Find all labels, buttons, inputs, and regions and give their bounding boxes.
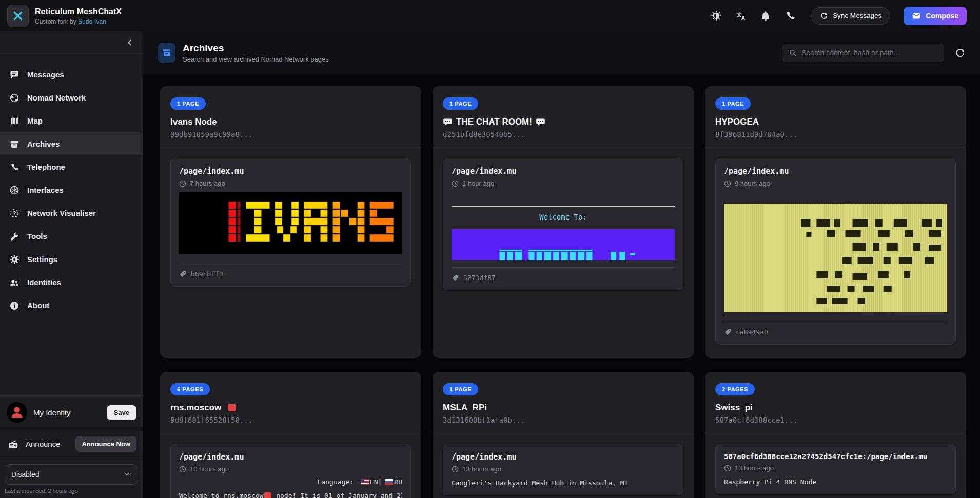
page-header: Archives Search and view archived Nomad … (143, 31, 980, 74)
app-subtitle-prefix: Custom fork by (35, 18, 76, 25)
sidebar-item-map[interactable]: Map (0, 109, 143, 132)
entry-time-text: 9 hours ago (735, 180, 770, 187)
page-count-badge: 1 PAGE (443, 383, 478, 395)
tag-row: b69cbff0 (179, 264, 402, 278)
phone-icon (9, 162, 19, 172)
archive-card-ivans-node[interactable]: 1 PAGE Ivans Node 99db91059a9c99a8... /p… (160, 86, 421, 358)
archive-entry[interactable]: 587a0cf6d388cce12a27452d547cfc1e:/page/i… (715, 444, 956, 494)
red-square-icon (228, 404, 236, 411)
brightness-icon[interactable] (711, 10, 722, 22)
clock-icon (724, 180, 731, 187)
main-content: Archives Search and view archived Nomad … (143, 31, 980, 498)
sidebar-item-settings[interactable]: Settings (0, 248, 143, 271)
save-button[interactable]: Save (107, 405, 136, 420)
archive-entry[interactable]: /page/index.mu 10 hours ago Language: EN… (170, 444, 411, 498)
identity-label: My Identity (33, 408, 107, 417)
tag-icon (452, 274, 459, 282)
entry-path: /page/index.mu (452, 452, 675, 462)
card-hash: 9d8f681f65528f50... (170, 416, 411, 424)
sync-messages-button[interactable]: Sync Messages (811, 7, 890, 25)
sidebar-item-about[interactable]: About (0, 294, 143, 317)
sidebar-item-telephone[interactable]: Telephone (0, 155, 143, 178)
welcome-line: Welcome to rns.moscow node! It is 01 of … (179, 492, 402, 498)
wrench-icon (9, 231, 19, 242)
entry-path: 587a0cf6d388cce12a27452d547cfc1e:/page/i… (724, 452, 947, 461)
archive-card-swiss-pi[interactable]: 2 PAGES Swiss_pi 587a0cf6d388cce1... 587… (705, 372, 966, 498)
entry-time-text: 13 hours ago (735, 464, 774, 472)
entry-time-text: 10 hours ago (190, 465, 229, 473)
clock-icon (179, 466, 186, 473)
lang-en: EN (370, 478, 378, 486)
phone-icon[interactable] (785, 10, 796, 22)
entry-path: /page/index.mu (179, 167, 402, 176)
archive-entry[interactable]: /page/index.mu 7 hours ago (170, 158, 411, 287)
entry-tag: ca8949a0 (736, 328, 768, 336)
sidebar: Messages Nomad Network Map Ar (0, 31, 143, 498)
announce-mode-value: Disabled (11, 470, 123, 479)
avatar[interactable] (7, 402, 27, 423)
speech-balloon-icon (443, 117, 453, 127)
card-hash: 587a0cf6d388cce1... (715, 416, 956, 424)
refresh-icon[interactable] (954, 47, 966, 58)
sidebar-item-nomad-network[interactable]: Nomad Network (0, 86, 143, 109)
red-square-icon (264, 492, 271, 498)
archive-card-rns-moscow[interactable]: 6 PAGES rns.moscow 9d8f681f65528f50... /… (160, 372, 421, 498)
entry-time-text: 7 hours ago (190, 180, 225, 187)
chevron-left-icon[interactable] (125, 38, 134, 47)
archives-page-icon (158, 43, 175, 63)
globe-icon (9, 93, 19, 103)
author-link[interactable]: Sudo-Ivan (78, 18, 106, 25)
chat-icon (9, 70, 19, 80)
sidebar-item-label: Interfaces (27, 186, 64, 194)
sidebar-item-label: Nomad Network (27, 93, 86, 102)
clock-icon (452, 466, 459, 473)
archive-entry[interactable]: /page/index.mu 9 hours ago (715, 158, 956, 345)
welcome-to-text: Welcome To: (452, 213, 675, 221)
entry-path: /page/index.mu (179, 452, 402, 462)
hypogea-ansi-art-preview (724, 204, 947, 312)
archive-card-msla-rpi[interactable]: 1 PAGE MSLA_RPi 3d131600bf1afa0b... /pag… (433, 372, 694, 498)
sidebar-item-tools[interactable]: Tools (0, 225, 143, 248)
app-logo[interactable] (7, 5, 29, 27)
card-hash: d251bfd8e30540b5... (443, 130, 683, 138)
archive-icon (162, 48, 172, 58)
archive-card-hypogea[interactable]: 1 PAGE HYPOGEA 8f396811d9d704a0... /page… (705, 86, 966, 358)
card-title: HYPOGEA (715, 116, 759, 128)
page-count-badge: 1 PAGE (715, 97, 751, 110)
sidebar-item-messages[interactable]: Messages (0, 63, 143, 86)
search-input[interactable] (801, 49, 937, 57)
entry-path: /page/index.mu (452, 167, 675, 176)
bell-icon[interactable] (760, 10, 771, 22)
card-title: rns.moscow (170, 402, 221, 413)
identity-row: My Identity Save (0, 396, 143, 429)
sidebar-item-network-visualiser[interactable]: ? Network Visualiser (0, 202, 143, 225)
translate-icon[interactable]: A (735, 10, 747, 22)
speech-balloon-icon (536, 117, 545, 127)
sidebar-item-identities[interactable]: Identities (0, 271, 143, 294)
page-count-badge: 2 PAGES (715, 383, 755, 395)
envelope-icon (912, 11, 921, 21)
entry-path: /page/index.mu (724, 167, 947, 176)
card-title: MSLA_RPi (443, 402, 487, 413)
announce-mode-select[interactable]: Disabled (5, 464, 138, 485)
network-question-icon: ? (9, 208, 19, 218)
sidebar-nav: Messages Nomad Network Map Ar (0, 54, 143, 317)
sidebar-item-label: Messages (27, 70, 64, 79)
info-icon (9, 301, 19, 311)
archive-icon (9, 139, 19, 149)
sidebar-item-label: Tools (27, 232, 47, 241)
compose-button[interactable]: Compose (904, 7, 967, 25)
chatroom-banner-art (452, 229, 675, 260)
archive-card-chat-room[interactable]: 1 PAGE THE CHAT ROOM! d251bfd8e30540b5..… (433, 86, 694, 358)
compose-label: Compose (926, 12, 958, 20)
entry-preview-text: Gangleri's Backyard Mesh Hub in Missoula… (452, 479, 675, 487)
preview-divider (452, 206, 675, 207)
search-icon (789, 49, 797, 57)
archive-entry[interactable]: /page/index.mu 13 hours ago Gangleri's B… (443, 444, 683, 495)
sidebar-item-interfaces[interactable]: Interfaces (0, 178, 143, 202)
page-count-badge: 1 PAGE (170, 97, 206, 110)
sidebar-item-archives[interactable]: Archives (0, 132, 143, 155)
announce-now-button[interactable]: Announce Now (75, 436, 136, 452)
archive-entry[interactable]: /page/index.mu 1 hour ago Welcome To: (443, 158, 683, 290)
app-subtitle: Custom fork by Sudo-Ivan (35, 18, 122, 25)
